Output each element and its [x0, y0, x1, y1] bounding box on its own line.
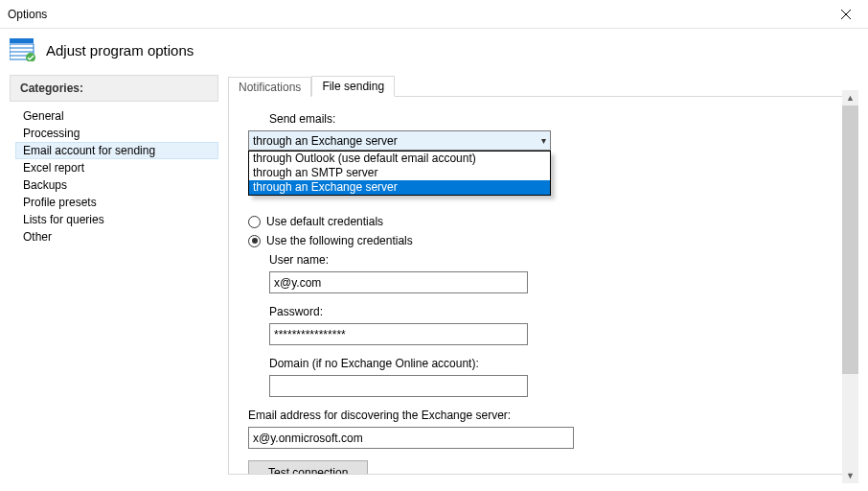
- page-title: Adjust program options: [46, 42, 194, 58]
- username-label: User name:: [269, 253, 838, 267]
- tab-panel: Send emails: through an Exchange server …: [228, 96, 858, 475]
- content-area: Notifications File sending Send emails: …: [228, 75, 858, 487]
- send-emails-value: through an Exchange server: [253, 134, 398, 148]
- options-icon: [10, 38, 36, 61]
- close-icon: [841, 10, 851, 19]
- radio-default-label: Use default credentials: [266, 215, 383, 228]
- sidebar-item-backups[interactable]: Backups: [15, 176, 218, 194]
- domain-input[interactable]: [269, 375, 528, 397]
- send-emails-dropdown[interactable]: through Outlook (use default email accou…: [248, 151, 551, 196]
- username-input[interactable]: [269, 271, 528, 293]
- sidebar-list: General Processing Email account for sen…: [10, 107, 218, 246]
- discovery-group: Email address for discovering the Exchan…: [248, 409, 838, 449]
- sidebar-item-profile-presets[interactable]: Profile presets: [15, 194, 218, 211]
- sidebar-item-email-account[interactable]: Email account for sending: [15, 142, 218, 159]
- close-button[interactable]: [824, 0, 868, 29]
- sidebar-item-other[interactable]: Other: [15, 228, 218, 246]
- main-content: Categories: General Processing Email acc…: [0, 75, 868, 487]
- tab-notifications[interactable]: Notifications: [228, 77, 311, 97]
- discovery-input[interactable]: [248, 427, 574, 449]
- window-title: Options: [8, 8, 47, 21]
- radio-icon: [248, 216, 261, 228]
- scroll-down-icon[interactable]: ▼: [842, 468, 858, 483]
- svg-rect-2: [10, 38, 34, 43]
- sidebar-item-excel-report[interactable]: Excel report: [15, 159, 218, 176]
- chevron-down-icon: ▾: [541, 135, 546, 146]
- test-connection-button[interactable]: Test connection: [248, 460, 368, 475]
- radio-default-credentials[interactable]: Use default credentials: [248, 215, 838, 228]
- radio-following-credentials[interactable]: Use the following credentials: [248, 234, 838, 247]
- radio-checked-icon: [248, 235, 261, 247]
- sidebar-heading: Categories:: [10, 75, 218, 102]
- sidebar-item-lists-queries[interactable]: Lists for queries: [15, 211, 218, 228]
- dropdown-option-outlook[interactable]: through Outlook (use default email accou…: [249, 152, 550, 166]
- domain-label: Domain (if no Exchange Online account):: [269, 357, 838, 370]
- tab-file-sending[interactable]: File sending: [311, 76, 395, 97]
- sidebar: Categories: General Processing Email acc…: [10, 75, 218, 487]
- scrollbar-thumb[interactable]: [842, 105, 858, 374]
- username-group: User name:: [269, 253, 838, 293]
- send-emails-select[interactable]: through an Exchange server ▾: [248, 130, 551, 151]
- radio-following-label: Use the following credentials: [266, 234, 413, 247]
- sidebar-item-processing[interactable]: Processing: [15, 125, 218, 142]
- dropdown-option-exchange[interactable]: through an Exchange server: [249, 180, 550, 195]
- dropdown-option-smtp[interactable]: through an SMTP server: [249, 166, 550, 180]
- discovery-label: Email address for discovering the Exchan…: [248, 409, 838, 422]
- password-label: Password:: [269, 305, 838, 318]
- domain-group: Domain (if no Exchange Online account):: [269, 357, 838, 397]
- password-group: Password:: [269, 305, 838, 345]
- password-input[interactable]: [269, 323, 528, 345]
- scrollbar[interactable]: ▲ ▼: [842, 90, 858, 483]
- titlebar: Options: [0, 0, 868, 29]
- sidebar-item-general[interactable]: General: [15, 107, 218, 125]
- send-emails-label: Send emails:: [269, 112, 838, 126]
- page-header: Adjust program options: [0, 29, 868, 75]
- tabs: Notifications File sending: [228, 75, 858, 96]
